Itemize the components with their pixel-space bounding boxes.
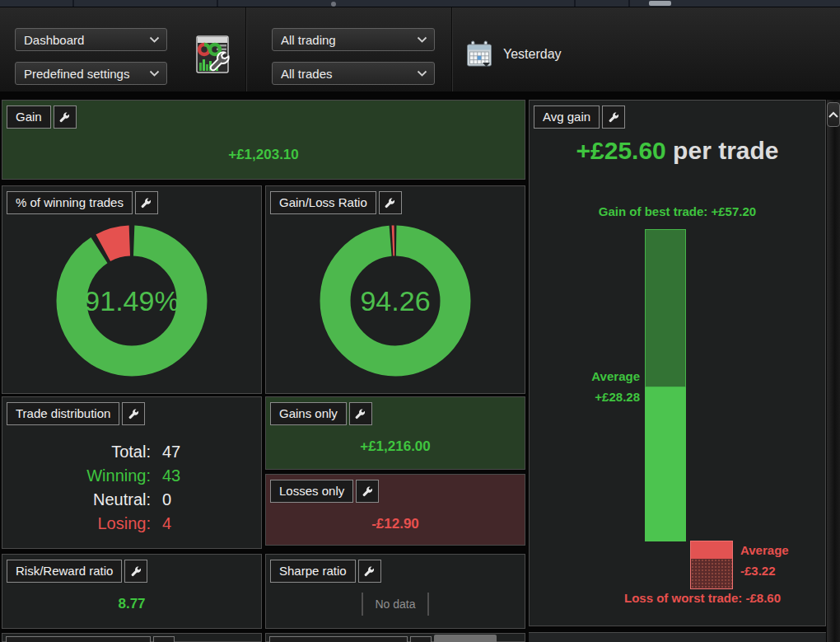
tab-separator xyxy=(217,0,218,7)
wrench-icon xyxy=(608,111,620,124)
no-data-bar xyxy=(362,593,363,616)
gains-only-value: +£1,216.00 xyxy=(266,438,525,455)
avg-gain-value: +£25.60 xyxy=(576,137,666,164)
dashboard-select[interactable]: Dashboard xyxy=(15,28,167,51)
panel-title xyxy=(6,636,151,642)
gain-value: +£1,203.10 xyxy=(2,147,525,163)
avg-loss-bar-chart xyxy=(690,541,733,589)
wrench-icon xyxy=(140,197,152,209)
panel-title: Sharpe ratio xyxy=(270,560,356,583)
avg-gain-bar-chart xyxy=(645,229,686,541)
tab-separator xyxy=(628,0,630,7)
predefined-settings-select[interactable]: Predefined settings xyxy=(15,62,167,85)
gain-loss-ratio-value: 94.26 xyxy=(317,223,474,379)
tab-dot-icon xyxy=(331,2,336,7)
wrench-button[interactable] xyxy=(358,560,381,583)
trading-filter-value: All trading xyxy=(281,33,417,47)
dashboard-settings-icon xyxy=(195,33,231,76)
bar-segment-to-average xyxy=(645,387,686,541)
wrench-icon xyxy=(384,197,396,209)
wrench-icon xyxy=(362,485,374,498)
panel-title: Risk/Reward ratio xyxy=(7,560,122,583)
tab-separator xyxy=(72,0,74,7)
panel-sharpe-ratio: Sharpe ratio No data xyxy=(265,554,525,629)
calendar-icon xyxy=(466,40,492,68)
panel-title: % of winning trades xyxy=(7,191,133,214)
panel-title: Trade distribution xyxy=(7,402,119,425)
wrench-button[interactable] xyxy=(379,191,402,214)
panel-title: Avg gain xyxy=(534,105,600,129)
panel-risk-reward: Risk/Reward ratio 8.77 xyxy=(2,554,262,629)
wrench-icon xyxy=(58,111,71,124)
panel-trade-distribution: Trade distribution Total: 47 Winning: 43… xyxy=(2,396,262,549)
no-data-bar xyxy=(427,593,429,616)
wrench-button[interactable] xyxy=(356,480,379,503)
panel-losses-only: Losses only -£12.90 xyxy=(265,474,525,546)
winning-pct-donut-chart: 91.49% xyxy=(54,223,210,379)
chevron-down-icon xyxy=(417,36,427,44)
gain-loss-donut-chart: 94.26 xyxy=(317,223,474,379)
panel-title: Gain/Loss Ratio xyxy=(270,191,376,214)
panel-gain: Gain +£1,203.10 xyxy=(2,100,525,180)
average-loss-label: Average -£3.22 xyxy=(740,540,823,581)
wrench-button[interactable] xyxy=(410,636,432,642)
risk-reward-value: 8.77 xyxy=(2,596,261,612)
best-trade-label: Gain of best trade: +£57.20 xyxy=(530,204,825,218)
no-data-label: No data xyxy=(375,597,415,611)
predefined-settings-select-value: Predefined settings xyxy=(24,67,149,81)
dashboard-settings-button[interactable] xyxy=(194,32,232,77)
list-item-neutral: Neutral: 0 xyxy=(2,488,261,512)
toolbar-separator xyxy=(245,7,247,91)
date-filter-label: Yesterday xyxy=(503,47,562,62)
wrench-button[interactable] xyxy=(54,105,77,129)
chevron-down-icon xyxy=(149,36,160,44)
scrollbar-track[interactable] xyxy=(827,100,840,642)
wrench-button[interactable] xyxy=(602,105,625,129)
wrench-button[interactable] xyxy=(349,402,372,425)
bar-segment-above-average xyxy=(645,229,686,387)
panel-gains-only: Gains only +£1,216.00 xyxy=(265,396,525,470)
partial-panel-right xyxy=(529,632,826,642)
panel-avg-gain: Avg gain +£25.60 per trade Gain of best … xyxy=(529,100,826,626)
wrench-button[interactable] xyxy=(153,636,175,642)
trades-filter-select[interactable]: All trades xyxy=(272,62,435,85)
winning-pct-value: 91.49% xyxy=(54,223,210,379)
avg-gain-headline: +£25.60 per trade xyxy=(530,137,825,165)
average-gain-label: Average +£28.28 xyxy=(530,366,640,407)
worst-trade-label: Loss of worst trade: -£8.60 xyxy=(579,591,826,605)
panel-title: Gains only xyxy=(270,402,347,425)
panel-button[interactable] xyxy=(434,635,497,642)
wrench-button[interactable] xyxy=(124,560,147,583)
wrench-icon xyxy=(130,565,142,578)
wrench-icon xyxy=(128,408,140,420)
panel-title xyxy=(269,636,408,642)
chevron-up-icon xyxy=(828,111,839,119)
toolbar: Dashboard Predefined settings xyxy=(0,7,840,94)
trades-filter-value: All trades xyxy=(281,67,417,81)
panel-title: Gain xyxy=(7,105,51,129)
wrench-button[interactable] xyxy=(122,402,145,425)
scroll-up-button[interactable] xyxy=(827,102,840,127)
panel-gain-loss-ratio: Gain/Loss Ratio 94.26 xyxy=(265,185,525,394)
dashboard-select-value: Dashboard xyxy=(24,33,149,47)
wrench-button[interactable] xyxy=(135,191,158,214)
tab-chip xyxy=(649,1,671,6)
tab-separator xyxy=(574,0,576,7)
chevron-down-icon xyxy=(149,70,160,77)
panel-title: Losses only xyxy=(270,480,353,503)
list-item-total: Total: 47 xyxy=(2,440,261,464)
tab-strip xyxy=(0,0,840,7)
wrench-icon xyxy=(354,408,366,420)
trade-distribution-list: Total: 47 Winning: 43 Neutral: 0 Losing:… xyxy=(2,440,261,536)
list-item-losing: Losing: 4 xyxy=(2,512,261,536)
losses-only-value: -£12.90 xyxy=(266,516,525,532)
date-filter[interactable]: Yesterday xyxy=(466,40,562,68)
partial-panel-middle xyxy=(265,633,525,642)
wrench-icon xyxy=(363,565,376,578)
bar-segment-worst-loss xyxy=(691,559,732,588)
no-data-indicator: No data xyxy=(266,593,525,616)
toolbar-separator xyxy=(451,7,453,91)
chevron-down-icon xyxy=(417,70,427,77)
trading-filter-select[interactable]: All trading xyxy=(272,28,435,51)
bar-segment-average-loss xyxy=(691,541,732,559)
